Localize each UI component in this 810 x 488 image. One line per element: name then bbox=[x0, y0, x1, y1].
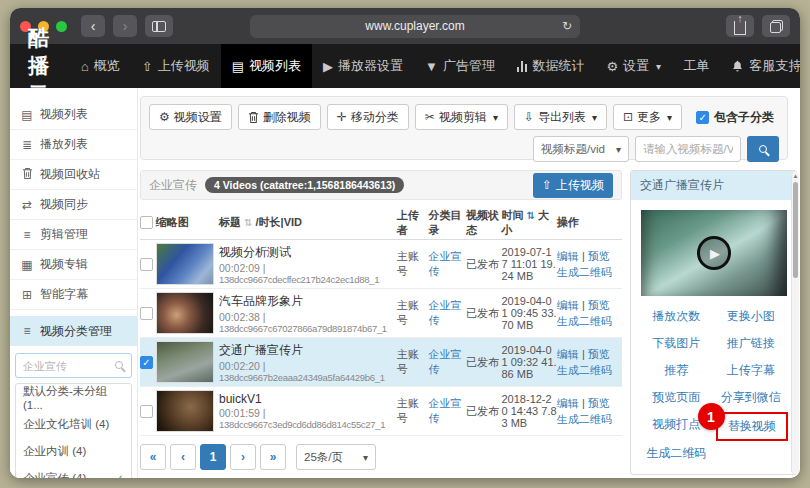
forward-button[interactable]: › bbox=[113, 15, 137, 37]
nav-label: 概览 bbox=[94, 57, 120, 75]
address-bar[interactable]: www.cuplayer.com ↻ bbox=[250, 15, 580, 38]
preview-link[interactable]: 预览 bbox=[588, 348, 610, 360]
nav-item-settings[interactable]: ⚙ 设置 ▾ bbox=[595, 44, 672, 88]
category-link[interactable]: 企业宣传 bbox=[428, 250, 461, 277]
generate-qr-link[interactable]: 生成二维码 bbox=[557, 313, 622, 330]
generate-qr-link[interactable]: 生成二维码 bbox=[557, 264, 622, 281]
filter-field-select[interactable]: 视频标题/vid ▾ bbox=[533, 136, 629, 162]
promo-link-link[interactable]: 推广链接 bbox=[714, 335, 789, 352]
play-count-link[interactable]: 播放次数 bbox=[639, 308, 714, 325]
upload-subtitles-link[interactable]: 上传字幕 bbox=[714, 362, 789, 379]
video-preview-thumbnail[interactable]: ▶ bbox=[641, 210, 787, 296]
preview-link[interactable]: 预览 bbox=[588, 250, 610, 262]
sidebar-item-category-management[interactable]: ≡ 视频分类管理 bbox=[10, 316, 137, 346]
nav-item-ad-management[interactable]: ▼ 广告管理 bbox=[414, 44, 506, 88]
sidebar-item-video-sync[interactable]: ⇄ 视频同步 bbox=[10, 190, 137, 220]
sidebar-item-smart-subtitles[interactable]: ⊞ 智能字幕 bbox=[10, 280, 137, 310]
sidebar-item-recycle-bin[interactable]: 视频回收站 bbox=[10, 160, 137, 190]
nav-item-player-settings[interactable]: ▶ 播放器设置 bbox=[312, 44, 414, 88]
include-subcategory-checkbox[interactable]: ✓ bbox=[696, 111, 709, 124]
recommend-link[interactable]: 推荐 bbox=[639, 362, 714, 379]
prev-page-button[interactable]: ‹ bbox=[170, 444, 196, 470]
first-page-button[interactable]: « bbox=[140, 444, 166, 470]
nav-item-support[interactable]: 客服支持 ▾ bbox=[720, 44, 800, 88]
sort-icon[interactable]: ⇅ bbox=[244, 217, 252, 228]
edit-link[interactable]: 编辑 bbox=[557, 299, 579, 311]
preview-page-link[interactable]: 预览页面 bbox=[639, 389, 714, 406]
delete-video-button[interactable]: 删除视频 bbox=[238, 104, 321, 130]
download-image-link[interactable]: 下载图片 bbox=[639, 335, 714, 352]
video-thumbnail[interactable] bbox=[156, 292, 214, 334]
row-checkbox[interactable]: ✓ bbox=[140, 356, 153, 369]
category-item-internal-training[interactable]: 企业内训 (4) bbox=[16, 438, 131, 465]
generate-qr-link[interactable]: 生成二维码 bbox=[639, 445, 714, 462]
preview-link[interactable]: 预览 bbox=[588, 397, 610, 409]
video-title[interactable]: 交通广播宣传片 bbox=[219, 342, 397, 359]
playlist-icon: ≣ bbox=[20, 138, 34, 152]
category-link[interactable]: 企业宣传 bbox=[428, 397, 461, 424]
sidebar-item-video-list[interactable]: ▤ 视频列表 bbox=[10, 100, 137, 130]
tabs-button[interactable] bbox=[762, 15, 790, 37]
play-button[interactable]: ▶ bbox=[697, 236, 731, 270]
nav-item-video-list[interactable]: ▤ 视频列表 bbox=[221, 44, 312, 88]
video-thumbnail[interactable] bbox=[156, 243, 214, 285]
row-checkbox[interactable] bbox=[140, 405, 153, 418]
export-list-button[interactable]: ⇩ 导出列表 ▾ bbox=[514, 104, 607, 130]
generate-qr-link[interactable]: 生成二维码 bbox=[557, 411, 622, 428]
scrollbar-track[interactable]: ▲ bbox=[791, 172, 799, 474]
category-item-corporate-training[interactable]: 企业文化培训 (4) bbox=[16, 411, 131, 438]
next-page-button[interactable]: › bbox=[230, 444, 256, 470]
scrollbar-thumb[interactable] bbox=[793, 182, 798, 278]
video-id: 138dcc9667cdecffec217b24c2ec1d88_1 bbox=[219, 274, 397, 285]
edit-link[interactable]: 编辑 bbox=[557, 348, 579, 360]
reload-icon[interactable]: ↻ bbox=[562, 19, 572, 33]
nav-item-work-order[interactable]: 工单 bbox=[672, 44, 720, 88]
upload-video-button[interactable]: ⇧ 上传视频 bbox=[533, 173, 613, 198]
nav-item-statistics[interactable]: 数据统计 bbox=[506, 44, 596, 88]
video-clip-button[interactable]: ✂ 视频剪辑 ▾ bbox=[415, 104, 508, 130]
video-search-input[interactable] bbox=[635, 136, 741, 162]
share-button[interactable] bbox=[726, 15, 754, 37]
video-count-badge: 4 Videos (catatree:1,1568186443613) bbox=[205, 177, 404, 193]
more-button[interactable]: ⊡ 更多 ▾ bbox=[613, 104, 682, 130]
button-label: 更多 bbox=[637, 109, 661, 126]
back-button[interactable]: ‹ bbox=[81, 15, 105, 37]
sidebar-item-playlist[interactable]: ≣ 播放列表 bbox=[10, 130, 137, 160]
sort-icon[interactable]: ⇅ bbox=[527, 210, 535, 221]
video-title[interactable]: buickV1 bbox=[219, 392, 397, 406]
preview-link[interactable]: 预览 bbox=[588, 299, 610, 311]
category-item-corporate-promo[interactable]: 企业宣传 (4) ✓ bbox=[16, 465, 131, 478]
annotation-step-badge: 1 bbox=[698, 403, 725, 430]
video-thumbnail[interactable] bbox=[156, 390, 214, 432]
row-checkbox[interactable] bbox=[140, 307, 153, 320]
sidebar-toggle-button[interactable] bbox=[145, 15, 173, 37]
category-item-default[interactable]: 默认分类-未分组 (1... bbox=[16, 384, 131, 411]
video-settings-button[interactable]: ⚙ 视频设置 bbox=[149, 104, 232, 130]
nav-item-overview[interactable]: ⌂ 概览 bbox=[70, 44, 131, 88]
edit-link[interactable]: 编辑 bbox=[557, 397, 579, 409]
edit-link[interactable]: 编辑 bbox=[557, 250, 579, 262]
share-wechat-link[interactable]: 分享到微信 bbox=[714, 389, 789, 406]
category-link[interactable]: 企业宣传 bbox=[428, 348, 461, 375]
separator: | bbox=[582, 250, 585, 262]
row-checkbox[interactable] bbox=[140, 258, 153, 271]
per-page-select[interactable]: 25条/页 ▾ bbox=[296, 444, 376, 470]
sidebar-item-video-album[interactable]: ▦ 视频专辑 bbox=[10, 250, 137, 280]
video-title[interactable]: 汽车品牌形象片 bbox=[219, 293, 397, 310]
video-title[interactable]: 视频分析测试 bbox=[219, 244, 397, 261]
last-page-button[interactable]: » bbox=[260, 444, 286, 470]
category-link[interactable]: 企业宣传 bbox=[428, 299, 461, 326]
change-thumbnail-link[interactable]: 更换小图 bbox=[714, 308, 789, 325]
gear-icon: ⚙ bbox=[606, 59, 618, 74]
sidebar-label: 视频同步 bbox=[40, 196, 88, 213]
select-all-checkbox[interactable] bbox=[140, 216, 153, 229]
replace-video-link[interactable]: 替换视频 bbox=[728, 418, 776, 435]
page-number-current[interactable]: 1 bbox=[200, 444, 226, 470]
search-button[interactable] bbox=[747, 136, 779, 162]
video-thumbnail[interactable] bbox=[156, 341, 214, 383]
sidebar-item-clip-management[interactable]: ≡ 剪辑管理 bbox=[10, 220, 137, 250]
scroll-up-icon[interactable]: ▲ bbox=[792, 173, 799, 179]
nav-item-upload-video[interactable]: ⇧ 上传视频 bbox=[131, 44, 221, 88]
move-category-button[interactable]: ✛ 移动分类 bbox=[327, 104, 409, 130]
generate-qr-link[interactable]: 生成二维码 bbox=[557, 362, 622, 379]
